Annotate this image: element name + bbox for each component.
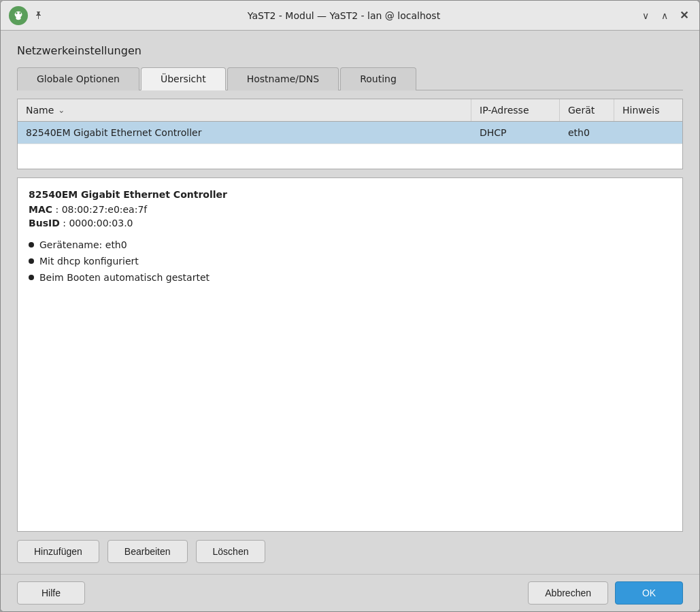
column-header-ip: IP-Adresse [471,99,560,121]
detail-device-name: 82540EM Gigabit Ethernet Controller [29,189,671,200]
svg-point-1 [16,16,20,19]
pin-icon[interactable]: 🖈 [33,9,44,22]
loschen-button[interactable]: Löschen [196,540,266,563]
list-item: Beim Booten automatisch gestartet [29,272,671,283]
main-content: Netzwerkeinstellungen Globale Optionen Ü… [1,31,699,574]
close-icon: ✕ [680,9,688,22]
maximize-button[interactable]: ∧ [657,8,672,23]
action-buttons: Hinzufügen Bearbeiten Löschen [17,540,683,563]
list-item: Gerätename: eth0 [29,239,671,250]
cell-name: 82540EM Gigabit Ethernet Controller [18,122,471,143]
ok-button[interactable]: OK [615,581,683,605]
window-controls: ∨ ∧ ✕ [638,8,691,23]
detail-list: Gerätename: eth0 Mit dhcp konfiguriert B… [29,239,671,283]
bullet-icon [29,275,34,280]
network-table: Name ⌄ IP-Adresse Gerät Hinweis 82540EM … [17,99,683,169]
close-button[interactable]: ✕ [676,8,691,23]
detail-mac: MAC : 08:00:27:e0:ea:7f [29,204,671,215]
column-header-name[interactable]: Name ⌄ [18,99,471,121]
bearbeiten-button[interactable]: Bearbeiten [107,540,188,563]
titlebar: 🖈 YaST2 - Modul — YaST2 - lan @ localhos… [1,1,699,31]
window-title: YaST2 - Modul — YaST2 - lan @ localhost [50,10,638,21]
chevron-down-icon: ∨ [642,10,649,21]
cell-hinweis [614,122,682,143]
help-button[interactable]: Hilfe [17,581,85,605]
bottom-left: Hilfe [17,581,528,605]
bottom-right: Abbrechen OK [528,581,683,605]
main-window: 🖈 YaST2 - Modul — YaST2 - lan @ localhos… [0,0,700,612]
column-header-gerat: Gerät [560,99,614,121]
bottom-bar: Hilfe Abbrechen OK [1,574,699,611]
column-header-hinweis: Hinweis [614,99,682,121]
detail-box: 82540EM Gigabit Ethernet Controller MAC … [17,177,683,532]
cell-ip: DHCP [471,122,560,143]
sort-icon: ⌄ [58,105,65,115]
tab-bar: Globale Optionen Übersicht Hostname/DNS … [17,67,683,90]
bullet-icon [29,258,34,264]
table-header: Name ⌄ IP-Adresse Gerät Hinweis [18,99,682,122]
tab-ubersicht[interactable]: Übersicht [141,67,226,90]
tab-routing[interactable]: Routing [340,67,416,90]
table-row[interactable]: 82540EM Gigabit Ethernet Controller DHCP… [18,122,682,144]
tab-hostname-dns[interactable]: Hostname/DNS [227,67,339,90]
svg-point-2 [16,12,18,14]
svg-point-3 [19,12,21,14]
bullet-icon [29,242,34,248]
list-item: Mit dhcp konfiguriert [29,256,671,267]
tab-globale-optionen[interactable]: Globale Optionen [17,67,139,90]
table-empty-row [18,144,682,169]
chevron-up-icon: ∧ [661,10,668,21]
app-logo [9,6,28,25]
page-title: Netzwerkeinstellungen [17,44,683,57]
cell-gerat: eth0 [560,122,614,143]
cancel-button[interactable]: Abbrechen [528,581,608,605]
detail-busid: BusID : 0000:00:03.0 [29,218,671,228]
hinzufugen-button[interactable]: Hinzufügen [17,540,99,563]
minimize-button[interactable]: ∨ [638,8,653,23]
